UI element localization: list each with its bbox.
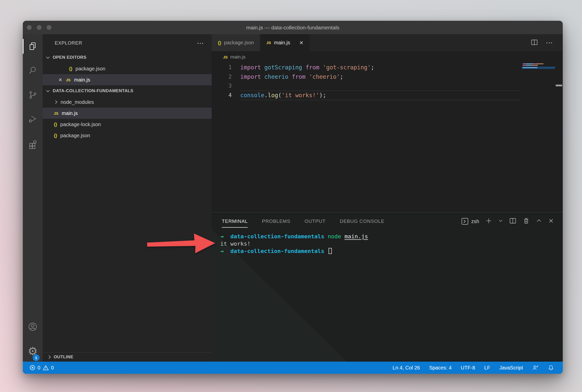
- split-editor-icon[interactable]: [531, 39, 538, 47]
- code-line-3: 3: [212, 81, 563, 91]
- explorer-more-actions-icon[interactable]: ⋯: [197, 39, 204, 47]
- js-icon: JS: [66, 78, 70, 82]
- code-line-4: 4 console.log('it works!');: [212, 91, 563, 100]
- json-icon: {}: [54, 122, 57, 127]
- annotation-arrow: [143, 230, 219, 258]
- problems-warnings[interactable]: 0: [43, 365, 54, 371]
- code-line-1: 1 import gotScraping from 'got-scraping'…: [212, 63, 563, 72]
- desktop-background: main.js — data-collection-fundamentals: [0, 0, 582, 392]
- status-bar: 0 0 Ln 4, Col 26 Spaces: 4 UTF-8 LF Java…: [23, 362, 563, 374]
- terminal-icon: [461, 218, 469, 225]
- encoding[interactable]: UTF-8: [461, 365, 475, 371]
- terminal-panel: TERMINAL PROBLEMS OUTPUT DEBUG CONSOLE z…: [212, 212, 563, 362]
- search-icon[interactable]: [23, 62, 43, 79]
- extensions-icon[interactable]: [23, 135, 43, 153]
- terminal-line: it works!: [220, 240, 563, 247]
- tab-problems[interactable]: PROBLEMS: [262, 212, 290, 230]
- sidebar-header: EXPLORER ⋯: [43, 34, 212, 52]
- cursor-position[interactable]: Ln 4, Col 26: [393, 365, 420, 371]
- js-icon: JS: [223, 55, 228, 59]
- indentation[interactable]: Spaces: 4: [429, 365, 452, 371]
- tab-main-js[interactable]: JS main.js ✕: [260, 34, 310, 51]
- json-icon: {}: [218, 40, 221, 46]
- panel-header: TERMINAL PROBLEMS OUTPUT DEBUG CONSOLE z…: [212, 212, 563, 230]
- tab-package-json[interactable]: {} package.json: [212, 34, 260, 51]
- shell-label: zsh: [471, 219, 479, 224]
- terminal-dropdown-icon[interactable]: [498, 219, 503, 224]
- titlebar: main.js — data-collection-fundamentals: [23, 21, 563, 34]
- chevron-right-icon: [47, 355, 51, 359]
- terminal-output[interactable]: → data-collection-fundamentals node main…: [212, 230, 563, 255]
- maximize-panel-icon[interactable]: [536, 218, 542, 225]
- shell-selector[interactable]: zsh: [461, 218, 479, 225]
- tab-terminal[interactable]: TERMINAL: [222, 212, 248, 230]
- kill-terminal-trash-icon[interactable]: [523, 217, 530, 225]
- settings-badge: 1: [33, 354, 40, 361]
- editor-tab-bar: {} package.json JS main.js ✕ ⋯: [212, 34, 563, 51]
- open-editor-package-json[interactable]: {} package.json: [43, 63, 212, 74]
- split-terminal-icon[interactable]: [509, 217, 517, 225]
- error-icon: [29, 365, 35, 371]
- open-editors-section[interactable]: OPEN EDITORS: [43, 52, 212, 63]
- breadcrumb[interactable]: JS main.js: [212, 51, 563, 63]
- js-icon: JS: [266, 41, 271, 45]
- json-icon: {}: [69, 66, 72, 71]
- eol-sequence[interactable]: LF: [484, 365, 490, 371]
- language-mode[interactable]: JavaScript: [499, 365, 523, 371]
- settings-gear-icon[interactable]: ⚙ 1: [23, 342, 43, 360]
- tree-item-package-json[interactable]: {} package.json: [43, 130, 212, 141]
- window-title: main.js — data-collection-fundamentals: [23, 21, 563, 34]
- close-panel-icon[interactable]: [548, 218, 554, 225]
- workspace-section[interactable]: DATA-COLLECTION-FUNDAMENTALS: [43, 85, 212, 96]
- terminal-line: → data-collection-fundamentals: [220, 247, 563, 255]
- explorer-sidebar: EXPLORER ⋯ OPEN EDITORS {} package.json …: [43, 34, 212, 362]
- sidebar-title: EXPLORER: [55, 40, 82, 46]
- notifications-bell-icon[interactable]: [548, 365, 554, 371]
- chevron-right-icon: [54, 100, 57, 104]
- code-line-2: 2 import cheerio from 'cheerio';: [212, 72, 563, 82]
- tree-item-main-js[interactable]: JS main.js: [43, 108, 212, 119]
- warning-icon: [43, 365, 49, 371]
- close-icon[interactable]: ✕: [58, 77, 62, 83]
- editor-more-actions-icon[interactable]: ⋯: [546, 38, 553, 47]
- editor-group: {} package.json JS main.js ✕ ⋯ JS: [212, 34, 563, 362]
- json-icon: {}: [54, 133, 57, 138]
- problems-errors[interactable]: 0: [29, 365, 40, 371]
- tree-item-node-modules[interactable]: node_modules: [43, 96, 212, 108]
- tree-item-package-lock-json[interactable]: {} package-lock.json: [43, 119, 212, 130]
- explorer-icon[interactable]: [23, 37, 43, 55]
- chevron-down-icon: [46, 55, 50, 59]
- breadcrumb-file: main.js: [230, 54, 245, 60]
- outline-section[interactable]: OUTLINE: [43, 352, 212, 362]
- code-editor[interactable]: 1 import gotScraping from 'got-scraping'…: [212, 63, 563, 212]
- minimap[interactable]: [522, 63, 555, 212]
- close-tab-icon[interactable]: ✕: [299, 40, 303, 46]
- new-terminal-icon[interactable]: [485, 217, 492, 225]
- run-debug-icon[interactable]: [23, 110, 43, 128]
- chevron-down-icon: [46, 89, 50, 92]
- editor-scrollbar[interactable]: [556, 85, 562, 86]
- vscode-window: main.js — data-collection-fundamentals: [23, 21, 563, 374]
- js-icon: JS: [54, 111, 58, 115]
- open-editor-main-js[interactable]: ✕ JS main.js: [43, 74, 212, 85]
- activity-bar: ⚙ 1: [23, 34, 43, 362]
- feedback-icon[interactable]: [532, 364, 539, 371]
- tab-debug-console[interactable]: DEBUG CONSOLE: [340, 212, 384, 230]
- tab-output[interactable]: OUTPUT: [304, 212, 325, 230]
- source-control-icon[interactable]: [23, 86, 43, 104]
- account-icon[interactable]: [23, 318, 43, 336]
- terminal-line: → data-collection-fundamentals node main…: [220, 233, 563, 240]
